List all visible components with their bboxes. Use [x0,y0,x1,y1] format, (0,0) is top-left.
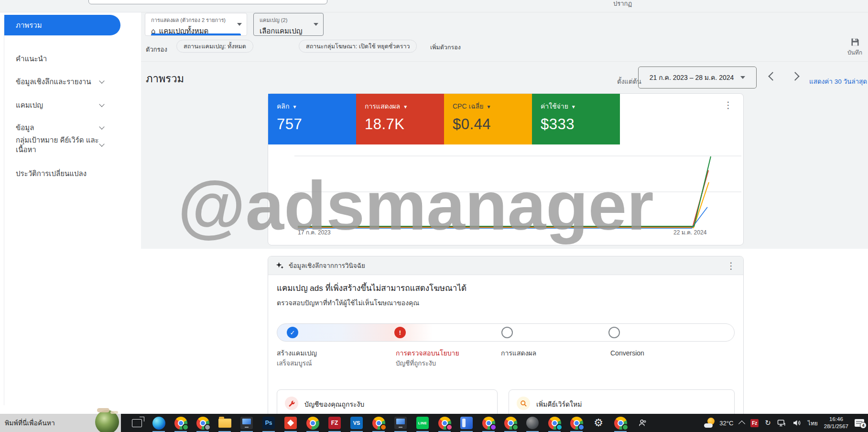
gray-orb-app-icon[interactable] [521,414,543,432]
metric-tile-cost[interactable]: ค่าใช้จ่าย $333 [532,94,620,144]
chevron-down-icon [99,124,104,129]
save-button[interactable]: บันทึก [847,37,862,57]
network-tray-icon[interactable] [777,419,786,427]
weather-widget[interactable]: 32°C [704,418,733,428]
task-view-icon[interactable] [126,414,148,432]
taskbar-date: 28/1/2567 [824,423,848,430]
sidebar: ภาพรวม คำแนะนำ ข้อมูลเชิงลึกและรายงาน แค… [0,12,141,414]
insight-subheading: ตรวจสอบปัญหาที่ทำให้ผู้ใช้ไม่เห็นโฆษณาขอ… [277,298,419,308]
step-label-policy-review: การตรวจสอบนโยบาย บัญชีที่ถูกระงับ [396,348,459,369]
insight-heading: แคมเปญ ads ที่เพิ่งสร้างขึ้นไม่สามารถแสด… [277,281,467,294]
chrome-icon[interactable] [192,414,214,432]
metric-tile-avg-cpc[interactable]: CPC เฉลี่ย $0.44 [444,94,532,144]
chevron-down-icon [99,101,104,107]
time-series-chart [268,144,743,245]
sidebar-item-label: ข้อมูลเชิงลึกและรายงาน [16,77,91,87]
filter-chip-campaign-status[interactable]: สถานะแคมเปญ: ทั้งหมด [176,40,253,53]
chrome-icon[interactable] [609,414,631,432]
step-subtitle: บัญชีที่ถูกระงับ [396,359,459,369]
diagnostic-insights-card: ข้อมูลเชิงลึกจากการวินิจฉัย ⋮ แคมเปญ ads… [268,256,744,422]
chip-label: สถานะแคมเปญ: ทั้งหมด [184,42,246,51]
line-messenger-icon[interactable]: LINE [412,414,434,432]
step-label-conversion: Conversion [610,348,644,359]
volume-tray-icon[interactable] [792,419,802,427]
date-range-value: 21 ก.ค. 2023 – 28 ม.ค. 2024 [650,72,734,83]
overflow-menu-icon[interactable]: ⋮ [727,260,736,271]
metric-tile-impressions[interactable]: การแสดงผล 18.7K [356,94,444,144]
keyboard-language-indicator[interactable]: ไทย [808,419,818,428]
filter-chip-adgroup-status[interactable]: สถานะกลุ่มโฆษณา: เปิดใช้ หยุดชั่วคราว [299,40,417,53]
taskbar-clock[interactable]: 16:46 28/1/2567 [824,416,848,430]
chrome-icon[interactable] [477,414,499,432]
filezilla-tray-icon[interactable]: Fz [750,419,759,427]
red-diamond-app-icon[interactable] [280,414,302,432]
sync-tray-icon[interactable]: ↻ [765,419,771,427]
file-explorer-icon[interactable] [214,414,236,432]
sidebar-item-data[interactable]: ข้อมูล [4,123,129,133]
global-search-input[interactable] [88,0,327,4]
google-ads-overview-screen: ปรากฏ ภาพรวม คำแนะนำ ข้อมูลเชิงลึกและราย… [0,0,868,432]
sidebar-item-label: คำแนะนำ [16,54,47,64]
windows-taskbar: พิมพ์ที่นี่เพื่อค้นหา Ps FZ VS LINE [0,414,868,432]
chrome-icon[interactable] [434,414,456,432]
sidebar-item-label: ประวัติการเปลี่ยนแปลง [16,169,87,178]
taskbar-search-placeholder: พิมพ์ที่นี่เพื่อค้นหา [0,418,55,428]
page-title: ภาพรวม [146,70,184,87]
overflow-menu-icon[interactable]: ⋮ [724,100,733,110]
system-tray: 32°C Fz ↻ ไทย [704,416,868,430]
taskbar-time: 16:46 [824,416,848,423]
sidebar-item-insights-reports[interactable]: ข้อมูลเชิงลึกและรายงาน [4,77,129,87]
photoshop-icon[interactable]: Ps [258,414,280,432]
sidebar-item-campaigns[interactable]: แคมเปญ [4,100,129,110]
action-card-label: บัญชีของคุณถูกระงับ [304,399,364,410]
metric-value: 757 [277,116,356,133]
sidebar-item-audiences-keywords-content[interactable]: กลุ่มเป้าหมาย คีย์เวิร์ด และเนื้อหา [4,135,129,155]
taskbar-search-box[interactable]: พิมพ์ที่นี่เพื่อค้นหา [0,414,121,432]
vscode-icon[interactable]: VS [346,414,368,432]
people-icon[interactable] [631,414,653,432]
sidebar-rail-divider [4,18,4,405]
pc-app-icon[interactable] [390,414,412,432]
chrome-icon[interactable] [170,414,192,432]
blue-panel-app-icon[interactable] [456,414,477,432]
chrome-icon[interactable] [565,414,587,432]
settings-gear-icon[interactable]: ⚙ [587,414,609,432]
x-axis-end-label: 22 ม.ค. 2024 [673,228,706,237]
sidebar-item-overview[interactable]: ภาพรวม [4,15,120,35]
show-last-30-days-link[interactable]: แสดงค่า 30 วันล่าสุด [809,76,867,87]
tray-chevron-up-icon[interactable] [738,420,745,427]
chrome-icon[interactable] [543,414,565,432]
top-partial-text: ปรากฏ [613,0,632,9]
metric-label: ค่าใช้จ่าย [541,101,620,111]
step-done-check-icon[interactable] [287,327,298,338]
search-icon [517,397,530,410]
chrome-icon[interactable] [499,414,521,432]
chip-label: สถานะกลุ่มโฆษณา: เปิดใช้ หยุดชั่วคราว [306,42,410,51]
campaign-select-dropdown[interactable]: แคมเปญ (2) เลือกแคมเปญ [253,13,324,36]
notification-count-badge: 4 [860,422,867,429]
metric-tile-clicks[interactable]: คลิก 757 [268,94,356,144]
step-pending-icon[interactable] [501,327,513,338]
step-label-impressions: การแสดงผล [501,348,536,359]
monitor-app-icon[interactable] [236,414,258,432]
chrome-icon[interactable] [368,414,390,432]
date-range-picker[interactable]: 21 ก.ค. 2023 – 28 ม.ค. 2024 [638,66,757,89]
metric-label: คลิก [277,101,356,111]
level-scope-dropdown[interactable]: การแสดงผล (ตัวกรอง 2 รายการ) แคมเปญทั้งห… [145,13,247,36]
dropdown-caption: การแสดงผล (ตัวกรอง 2 รายการ) [145,13,247,24]
sidebar-item-change-history[interactable]: ประวัติการเปลี่ยนแปลง [4,169,129,178]
add-filter-button[interactable]: เพิ่มตัวกรอง [430,43,461,52]
chrome-icon[interactable] [302,414,324,432]
dropdown-arrow-icon [237,23,242,26]
active-underline [151,33,241,35]
top-app-bar: ปรากฏ [0,0,868,12]
search-highlight-globe-image[interactable] [95,410,119,432]
sidebar-item-recommendations[interactable]: คำแนะนำ [4,54,129,64]
edge-icon[interactable] [148,414,170,432]
step-pending-icon[interactable] [608,327,620,338]
save-floppy-icon [850,37,860,47]
notification-center-icon[interactable]: 4 [855,419,864,427]
dropdown-value: เลือกแคมเปญ [254,24,323,37]
step-error-icon[interactable] [394,327,406,338]
filezilla-icon[interactable]: FZ [324,414,346,432]
